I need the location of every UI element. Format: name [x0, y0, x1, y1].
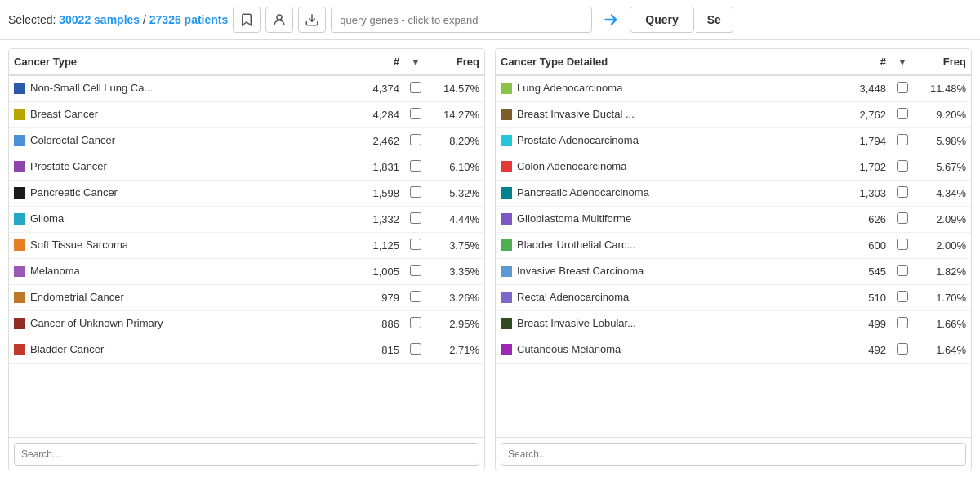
query-button[interactable]: Query — [630, 7, 693, 33]
row-checkbox[interactable] — [897, 82, 908, 93]
table-row: Colon Adenocarcinoma1,7025.67% — [496, 154, 971, 181]
row-number-cell: 492 — [842, 337, 891, 364]
row-checkbox[interactable] — [410, 212, 421, 224]
row-freq-cell: 2.71% — [427, 337, 484, 364]
row-checkbox[interactable] — [897, 134, 908, 145]
color-swatch — [14, 135, 25, 146]
row-number-cell: 499 — [842, 311, 891, 337]
row-checkbox-cell[interactable] — [404, 181, 427, 207]
row-checkbox-cell[interactable] — [891, 181, 914, 207]
row-checkbox-cell[interactable] — [404, 154, 427, 181]
row-number-cell: 815 — [355, 337, 404, 364]
row-label-text: Colon Adenocarcinoma — [517, 160, 626, 172]
row-freq-cell: 8.20% — [427, 128, 484, 154]
color-swatch — [14, 239, 25, 251]
row-checkbox[interactable] — [410, 343, 421, 355]
row-checkbox[interactable] — [897, 291, 908, 302]
cancer-type-table: Cancer Type # ▼ Freq Non-Small Cell Lung… — [8, 48, 485, 471]
row-freq-cell: 1.66% — [914, 311, 971, 337]
row-number-cell: 1,831 — [355, 154, 404, 181]
color-swatch — [501, 109, 512, 120]
row-label-text: Pancreatic Cancer — [30, 186, 118, 199]
query-input[interactable] — [331, 7, 592, 33]
table-row: Glioblastoma Multiforme6262.09% — [496, 207, 971, 233]
row-label-cell: Pancreatic Cancer — [9, 181, 355, 204]
row-checkbox-cell[interactable] — [404, 259, 427, 285]
sort-down-icon: ▼ — [412, 57, 421, 67]
bookmark-button[interactable] — [233, 7, 261, 33]
row-checkbox-cell[interactable] — [404, 75, 427, 102]
se-button[interactable]: Se — [696, 7, 733, 33]
user-button[interactable] — [265, 7, 293, 33]
row-checkbox[interactable] — [897, 343, 908, 355]
row-checkbox[interactable] — [897, 212, 908, 224]
row-checkbox[interactable] — [410, 317, 421, 328]
left-search-input[interactable] — [14, 443, 479, 466]
row-checkbox[interactable] — [410, 239, 421, 250]
row-label-cell: Soft Tissue Sarcoma — [9, 233, 355, 257]
row-checkbox-cell[interactable] — [891, 102, 914, 128]
left-sort-button[interactable]: ▼ — [404, 49, 427, 75]
right-sort-button[interactable]: ▼ — [891, 49, 914, 75]
row-checkbox-cell[interactable] — [404, 285, 427, 311]
table-row: Cutaneous Melanoma4921.64% — [496, 337, 971, 364]
row-label-text: Endometrial Cancer — [30, 291, 124, 303]
row-checkbox[interactable] — [410, 265, 421, 276]
row-checkbox-cell[interactable] — [891, 337, 914, 364]
row-checkbox-cell[interactable] — [404, 102, 427, 128]
row-checkbox-cell[interactable] — [891, 259, 914, 285]
row-freq-cell: 6.10% — [427, 154, 484, 181]
table-row: Breast Invasive Lobular...4991.66% — [496, 311, 971, 337]
color-swatch — [14, 318, 25, 329]
row-checkbox[interactable] — [897, 108, 908, 119]
table-row: Bladder Urothelial Carc...6002.00% — [496, 233, 971, 259]
row-checkbox-cell[interactable] — [404, 207, 427, 233]
table-row: Prostate Adenocarcinoma1,7945.98% — [496, 128, 971, 154]
row-checkbox-cell[interactable] — [891, 233, 914, 259]
left-col-freq: Freq — [427, 49, 484, 75]
row-checkbox-cell[interactable] — [404, 233, 427, 259]
row-freq-cell: 3.26% — [427, 285, 484, 311]
color-swatch — [14, 161, 25, 172]
row-checkbox[interactable] — [410, 82, 421, 93]
arrow-right-icon — [602, 11, 620, 29]
row-checkbox-cell[interactable] — [891, 128, 914, 154]
row-checkbox[interactable] — [897, 160, 908, 172]
row-number-cell: 979 — [355, 285, 404, 311]
selected-prefix: Selected: — [8, 13, 56, 26]
row-checkbox[interactable] — [897, 317, 908, 328]
row-label-cell: Rectal Adenocarcinoma — [496, 285, 842, 309]
color-swatch — [501, 213, 512, 225]
right-table-scroll[interactable]: Cancer Type Detailed # ▼ Freq Lung Adeno… — [496, 49, 971, 437]
row-checkbox[interactable] — [410, 291, 421, 302]
row-label-cell: Melanoma — [9, 259, 355, 283]
row-checkbox-cell[interactable] — [404, 311, 427, 337]
row-checkbox-cell[interactable] — [891, 311, 914, 337]
row-checkbox[interactable] — [897, 265, 908, 276]
row-checkbox[interactable] — [897, 239, 908, 250]
row-label-text: Rectal Adenocarcinoma — [517, 291, 629, 303]
row-checkbox-cell[interactable] — [404, 128, 427, 154]
row-checkbox[interactable] — [410, 108, 421, 119]
query-arrow-button[interactable] — [597, 7, 625, 33]
row-checkbox-cell[interactable] — [891, 207, 914, 233]
right-search-input[interactable] — [501, 443, 966, 466]
row-checkbox[interactable] — [410, 134, 421, 145]
row-label-cell: Breast Invasive Ductal ... — [496, 102, 842, 126]
left-table-scroll[interactable]: Cancer Type # ▼ Freq Non-Small Cell Lung… — [9, 49, 484, 437]
row-checkbox[interactable] — [410, 160, 421, 172]
row-checkbox-cell[interactable] — [891, 154, 914, 181]
bookmark-icon — [239, 12, 254, 27]
row-checkbox-cell[interactable] — [891, 285, 914, 311]
download-button[interactable] — [298, 7, 326, 33]
row-checkbox[interactable] — [897, 186, 908, 198]
row-checkbox-cell[interactable] — [891, 75, 914, 102]
row-label-cell: Pancreatic Adenocarcinoma — [496, 181, 842, 204]
left-col-number: # — [355, 49, 404, 75]
row-checkbox-cell[interactable] — [404, 337, 427, 364]
row-label-text: Glioma — [30, 212, 64, 225]
color-swatch — [14, 213, 25, 225]
row-number-cell: 545 — [842, 259, 891, 285]
row-checkbox[interactable] — [410, 186, 421, 198]
row-number-cell: 1,702 — [842, 154, 891, 181]
